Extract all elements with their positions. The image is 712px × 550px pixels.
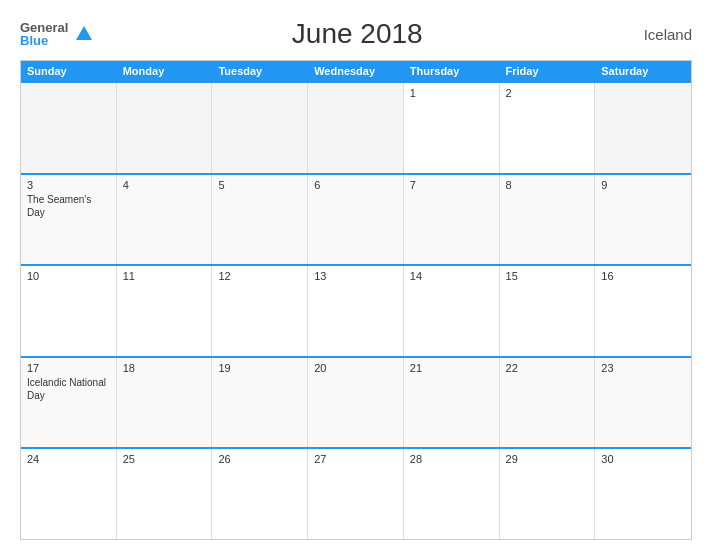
day-cell-23: 23 [595, 358, 691, 448]
day-number: 2 [506, 87, 589, 99]
week-row-4: 17 Icelandic National Day 18 19 20 21 22 [21, 356, 691, 448]
day-header-sunday: Sunday [21, 61, 117, 81]
day-cell-24: 24 [21, 449, 117, 539]
day-cell-4: 4 [117, 175, 213, 265]
week-row-5: 24 25 26 27 28 29 30 [21, 447, 691, 539]
day-header-wednesday: Wednesday [308, 61, 404, 81]
calendar-page: General Blue June 2018 Iceland Sunday Mo… [0, 0, 712, 550]
day-number: 10 [27, 270, 110, 282]
day-cell-10: 10 [21, 266, 117, 356]
day-cell-empty [21, 83, 117, 173]
day-number: 11 [123, 270, 206, 282]
day-cell-5: 5 [212, 175, 308, 265]
day-number: 27 [314, 453, 397, 465]
day-number: 30 [601, 453, 685, 465]
day-cell-29: 29 [500, 449, 596, 539]
day-cell-9: 9 [595, 175, 691, 265]
day-number: 29 [506, 453, 589, 465]
day-cell-20: 20 [308, 358, 404, 448]
day-header-friday: Friday [500, 61, 596, 81]
day-number: 14 [410, 270, 493, 282]
day-cell-2: 2 [500, 83, 596, 173]
day-event: The Seamen's Day [27, 194, 91, 218]
day-cell-6: 6 [308, 175, 404, 265]
weeks-container: 1 2 3 The Seamen's Day 4 5 [21, 81, 691, 539]
day-cell-12: 12 [212, 266, 308, 356]
day-cell-empty [117, 83, 213, 173]
calendar-grid: Sunday Monday Tuesday Wednesday Thursday… [20, 60, 692, 540]
day-event: Icelandic National Day [27, 377, 106, 401]
day-number: 20 [314, 362, 397, 374]
day-cell-7: 7 [404, 175, 500, 265]
day-cell-25: 25 [117, 449, 213, 539]
day-number: 12 [218, 270, 301, 282]
day-number: 3 [27, 179, 110, 191]
day-number: 9 [601, 179, 685, 191]
day-cell-16: 16 [595, 266, 691, 356]
day-cell-21: 21 [404, 358, 500, 448]
day-header-monday: Monday [117, 61, 213, 81]
month-title: June 2018 [92, 18, 622, 50]
logo-blue-text: Blue [20, 34, 68, 47]
country-label: Iceland [622, 26, 692, 43]
day-headers-row: Sunday Monday Tuesday Wednesday Thursday… [21, 61, 691, 81]
logo: General Blue [20, 21, 92, 47]
logo-triangle-icon [76, 26, 92, 40]
day-header-thursday: Thursday [404, 61, 500, 81]
day-cell-empty [308, 83, 404, 173]
day-cell-18: 18 [117, 358, 213, 448]
day-number: 8 [506, 179, 589, 191]
header: General Blue June 2018 Iceland [20, 18, 692, 50]
day-cell-13: 13 [308, 266, 404, 356]
day-cell-22: 22 [500, 358, 596, 448]
day-number: 4 [123, 179, 206, 191]
day-cell-8: 8 [500, 175, 596, 265]
day-number: 5 [218, 179, 301, 191]
day-cell-11: 11 [117, 266, 213, 356]
day-number: 25 [123, 453, 206, 465]
day-header-tuesday: Tuesday [212, 61, 308, 81]
day-cell-empty [595, 83, 691, 173]
day-cell-30: 30 [595, 449, 691, 539]
day-cell-26: 26 [212, 449, 308, 539]
day-cell-28: 28 [404, 449, 500, 539]
day-number: 23 [601, 362, 685, 374]
day-number: 21 [410, 362, 493, 374]
day-cell-3: 3 The Seamen's Day [21, 175, 117, 265]
day-number: 24 [27, 453, 110, 465]
day-cell-17: 17 Icelandic National Day [21, 358, 117, 448]
day-header-saturday: Saturday [595, 61, 691, 81]
day-number: 19 [218, 362, 301, 374]
day-number: 18 [123, 362, 206, 374]
day-number: 6 [314, 179, 397, 191]
day-number: 22 [506, 362, 589, 374]
day-number: 17 [27, 362, 110, 374]
day-number: 1 [410, 87, 493, 99]
day-number: 26 [218, 453, 301, 465]
day-cell-14: 14 [404, 266, 500, 356]
day-number: 16 [601, 270, 685, 282]
day-number: 15 [506, 270, 589, 282]
week-row-1: 1 2 [21, 81, 691, 173]
day-number: 13 [314, 270, 397, 282]
week-row-3: 10 11 12 13 14 15 16 [21, 264, 691, 356]
day-cell-15: 15 [500, 266, 596, 356]
day-cell-27: 27 [308, 449, 404, 539]
day-cell-1: 1 [404, 83, 500, 173]
day-cell-empty [212, 83, 308, 173]
day-number: 7 [410, 179, 493, 191]
day-cell-19: 19 [212, 358, 308, 448]
day-number: 28 [410, 453, 493, 465]
week-row-2: 3 The Seamen's Day 4 5 6 7 8 [21, 173, 691, 265]
